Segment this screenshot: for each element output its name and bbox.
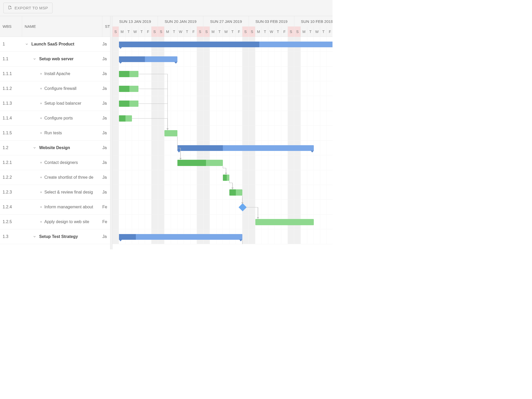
gantt-row[interactable] xyxy=(112,52,332,66)
gantt-row[interactable] xyxy=(112,229,332,244)
week-header: SUN 13 JAN 2019 xyxy=(112,16,158,26)
table-row[interactable]: 1.1.5Run testsJa xyxy=(0,126,110,141)
gantt-row[interactable] xyxy=(112,215,332,229)
timeline[interactable]: SUN 13 JAN 2019SUN 20 JAN 2019SUN 27 JAN… xyxy=(112,16,332,249)
summary-bar[interactable] xyxy=(119,56,177,62)
task-name: Select & review final desig xyxy=(44,190,93,195)
summary-bar[interactable] xyxy=(119,42,332,47)
gantt-row[interactable] xyxy=(112,155,332,170)
name-cell[interactable]: Setup load balancer xyxy=(22,101,102,106)
gantt-row[interactable] xyxy=(112,185,332,200)
progress-fill xyxy=(119,56,145,62)
progress-fill xyxy=(229,189,236,196)
day-header: M xyxy=(301,26,307,37)
table-row[interactable]: 1.1Setup web serverJa xyxy=(0,52,110,66)
task-bar[interactable] xyxy=(119,86,138,92)
column-name[interactable]: NAME xyxy=(22,16,102,37)
day-header: S xyxy=(112,26,119,37)
start-cell: Ja xyxy=(102,57,110,61)
table-row[interactable]: 1.1.2Configure firewallJa xyxy=(0,81,110,96)
task-bar[interactable] xyxy=(119,101,138,107)
table-row[interactable]: 1.1.1Install ApacheJa xyxy=(0,66,110,81)
task-name: Inform management about xyxy=(44,205,93,209)
name-cell[interactable]: Setup web server xyxy=(22,57,102,61)
name-cell[interactable]: Select & review final desig xyxy=(22,190,102,195)
wbs-cell: 1.1.5 xyxy=(0,131,22,135)
task-bar[interactable] xyxy=(223,175,229,181)
gantt-row[interactable] xyxy=(112,111,332,126)
name-cell[interactable]: Contact designers xyxy=(22,160,102,165)
task-bar[interactable] xyxy=(177,160,223,166)
day-header: T xyxy=(275,26,281,37)
timeline-body[interactable] xyxy=(112,37,332,244)
milestone[interactable] xyxy=(238,203,247,211)
gantt-row[interactable] xyxy=(112,37,332,52)
task-bar[interactable] xyxy=(119,115,132,122)
task-bar[interactable] xyxy=(164,130,177,136)
day-header: W xyxy=(268,26,275,37)
wbs-cell: 1.1.2 xyxy=(0,86,22,91)
table-row[interactable]: 1Launch SaaS ProductJa xyxy=(0,37,110,52)
table-row[interactable]: 1.2.3Select & review final desigJa xyxy=(0,185,110,200)
wbs-cell: 1.2.1 xyxy=(0,160,22,165)
name-cell[interactable]: Website Design xyxy=(22,145,102,150)
wbs-cell: 1.2.4 xyxy=(0,205,22,209)
day-header: S xyxy=(203,26,210,37)
start-cell: Ja xyxy=(102,71,110,76)
gantt-row[interactable] xyxy=(112,200,332,215)
name-cell[interactable]: Inform management about xyxy=(22,205,102,209)
name-cell[interactable]: Configure firewall xyxy=(22,86,102,91)
name-cell[interactable]: Apply design to web site xyxy=(22,220,102,224)
task-bar[interactable] xyxy=(255,219,314,225)
start-cell: Ja xyxy=(102,190,110,195)
progress-fill xyxy=(119,234,136,240)
table-row[interactable]: 1.2.2Create shortlist of three deJa xyxy=(0,170,110,185)
table-row[interactable]: 1.1.4Configure portsJa xyxy=(0,111,110,126)
chevron-down-icon[interactable] xyxy=(32,57,37,61)
gantt-row[interactable] xyxy=(112,170,332,185)
task-bar[interactable] xyxy=(119,71,138,77)
name-cell[interactable]: Install Apache xyxy=(22,71,102,76)
bullet-icon xyxy=(40,177,42,178)
task-name: Install Apache xyxy=(44,71,70,76)
timeline-header: SUN 13 JAN 2019SUN 20 JAN 2019SUN 27 JAN… xyxy=(112,16,332,37)
summary-bar[interactable] xyxy=(177,145,314,151)
name-cell[interactable]: Launch SaaS Product xyxy=(22,42,102,46)
day-header: S xyxy=(294,26,301,37)
wbs-cell: 1.2.3 xyxy=(0,190,22,195)
table-row[interactable]: 1.1.3Setup load balancerJa xyxy=(0,96,110,111)
table-row[interactable]: 1.3Setup Test StrategyJa xyxy=(0,229,110,244)
gantt-row[interactable] xyxy=(112,141,332,155)
table-row[interactable]: 1.2.1Contact designersJa xyxy=(0,155,110,170)
name-cell[interactable]: Run tests xyxy=(22,131,102,135)
chevron-down-icon[interactable] xyxy=(32,146,37,150)
column-wbs[interactable]: WBS xyxy=(0,16,22,37)
table-row[interactable]: 1.2Website DesignJa xyxy=(0,141,110,155)
wbs-cell: 1.1 xyxy=(0,57,22,61)
splitter[interactable] xyxy=(110,16,112,249)
gantt-row[interactable] xyxy=(112,66,332,81)
gantt-row[interactable] xyxy=(112,96,332,111)
day-header: W xyxy=(223,26,229,37)
task-name: Launch SaaS Product xyxy=(31,42,74,46)
gantt-row[interactable] xyxy=(112,81,332,96)
table-row[interactable]: 1.2.5Apply design to web siteFe xyxy=(0,215,110,229)
task-grid: WBS NAME ST 1Launch SaaS ProductJa1.1Set… xyxy=(0,16,110,249)
gantt-row[interactable] xyxy=(112,126,332,141)
chevron-down-icon[interactable] xyxy=(32,235,37,239)
name-cell[interactable]: Create shortlist of three de xyxy=(22,175,102,180)
name-cell[interactable]: Configure ports xyxy=(22,116,102,121)
progress-fill xyxy=(119,42,259,47)
table-row[interactable]: 1.2.4Inform management aboutFe xyxy=(0,200,110,215)
export-button[interactable]: EXPORT TO MSP xyxy=(3,3,52,13)
day-header: F xyxy=(236,26,242,37)
task-bar[interactable] xyxy=(229,189,242,196)
week-header: SUN 27 JAN 2019 xyxy=(203,16,249,26)
wbs-cell: 1 xyxy=(0,42,22,46)
day-header: T xyxy=(229,26,236,37)
chevron-down-icon[interactable] xyxy=(25,42,29,46)
summary-bar[interactable] xyxy=(119,234,242,240)
name-cell[interactable]: Setup Test Strategy xyxy=(22,234,102,239)
column-start[interactable]: ST xyxy=(102,16,110,37)
day-header: F xyxy=(190,26,197,37)
